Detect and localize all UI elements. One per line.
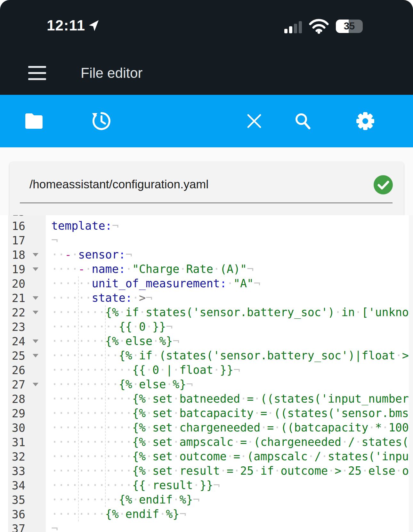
code-line[interactable]: 24········{%·else·%}¬ <box>0 334 409 348</box>
whitespace-dot: · <box>159 364 166 376</box>
code-line[interactable]: 20······unit_of_measurement:·"A"¬ <box>0 276 409 291</box>
whitespace-dot: · <box>254 464 260 477</box>
code-line[interactable]: 19····-·name:·"Charge·Rate·(A)"¬ <box>0 262 409 276</box>
folder-button[interactable] <box>22 110 45 133</box>
code-token: else <box>139 378 166 391</box>
file-path-input[interactable]: /homeassistant/configuration.yaml <box>29 178 362 191</box>
gutter-cell: 23 <box>0 320 46 334</box>
code-line[interactable]: 35··········{%·endif·%}¬ <box>0 493 409 507</box>
code-line[interactable]: 37¬ <box>0 521 409 532</box>
code-line[interactable]: 25··········{%·if·(states('sensor.batter… <box>0 348 409 363</box>
code-line[interactable]: 23··········{{·0·}}¬ <box>0 320 409 334</box>
gutter-cell: 16 <box>0 219 46 233</box>
code-token: result <box>179 464 220 477</box>
code-text[interactable]: ········{%·if·states('sensor.battery_soc… <box>46 305 409 320</box>
code-line[interactable]: 32············{%·set·outcome·=·(ampscalc… <box>0 449 409 464</box>
code-text[interactable]: ············{%·set·outcome·=·(ampscalc·/… <box>46 449 409 464</box>
code-line[interactable]: 33············{%·set·result·=·25·if·outc… <box>0 464 409 478</box>
code-text[interactable]: ············{%·set·result·=·25·if·outcom… <box>46 464 409 478</box>
code-text[interactable]: ··········{{·0·}}¬ <box>46 320 409 334</box>
code-line[interactable]: 26············{{·0·|·float·}}¬ <box>0 363 409 377</box>
fold-arrow-icon[interactable] <box>33 354 38 357</box>
code-line[interactable]: 17¬ <box>0 233 409 248</box>
newline-marker: ¬ <box>51 522 58 532</box>
whitespace-dot: · <box>179 263 186 275</box>
fold-arrow-icon[interactable] <box>33 340 38 343</box>
code-line[interactable]: 30············{%·set·chargeneeded·=·((ba… <box>0 421 409 435</box>
code-line[interactable]: 28············{%·set·batneeded·=·((state… <box>0 392 409 406</box>
editor-content: 1516template:¬17¬18··-·sensor:¬19····-·n… <box>0 215 409 532</box>
code-text[interactable]: ····-·name:·"Charge·Rate·(A)"¬ <box>46 262 409 276</box>
history-button[interactable] <box>90 110 113 133</box>
close-button[interactable] <box>243 110 266 133</box>
code-text[interactable]: ······state:·>¬ <box>46 291 409 305</box>
fold-arrow-icon[interactable] <box>33 296 38 300</box>
code-text[interactable]: ············{%·set·ampscalc·=·(chargenee… <box>46 435 409 449</box>
code-token: - <box>65 248 71 261</box>
code-text[interactable]: ········{%·endif·%}¬ <box>46 507 409 521</box>
whitespace-dot: · <box>328 464 335 477</box>
battery-icon: 35 <box>336 20 363 33</box>
gutter-cell: 21 <box>0 291 46 305</box>
code-text[interactable]: ··········{%·endif·%}¬ <box>46 493 409 507</box>
whitespace-dot: · <box>132 493 139 506</box>
whitespace-dot: · <box>193 479 200 492</box>
code-line[interactable]: 22········{%·if·states('sensor.battery_s… <box>0 305 409 320</box>
code-token: endif <box>126 508 159 520</box>
code-token: = <box>267 421 274 434</box>
code-editor[interactable]: 1516template:¬17¬18··-·sensor:¬19····-·n… <box>0 215 409 532</box>
whitespace-dot: · <box>335 306 341 319</box>
code-text[interactable]: ¬ <box>46 233 409 248</box>
settings-button[interactable] <box>354 110 377 133</box>
code-text[interactable]: ··········{%·else·%}¬ <box>46 377 409 392</box>
code-token: > <box>335 464 341 477</box>
line-number: 26 <box>0 364 25 377</box>
code-text[interactable] <box>46 215 409 219</box>
code-token: - <box>78 263 85 275</box>
line-number: 20 <box>0 277 25 290</box>
code-line[interactable]: 29············{%·set·batcapacity·=·((sta… <box>0 406 409 421</box>
whitespace-dot: ·········· <box>51 349 119 362</box>
code-token: set <box>152 392 173 405</box>
code-line[interactable]: 21······state:·>¬ <box>0 291 409 305</box>
fold-arrow-icon[interactable] <box>33 267 38 271</box>
search-button[interactable] <box>291 110 314 133</box>
code-text[interactable]: ············{%·set·batneeded·=·((states(… <box>46 392 409 406</box>
code-token: > <box>139 291 146 304</box>
fold-arrow-icon[interactable] <box>33 383 38 386</box>
code-line[interactable]: 15 <box>0 215 409 219</box>
code-token: result <box>152 479 193 492</box>
code-line[interactable]: 16template:¬ <box>0 219 409 233</box>
whitespace-dot: · <box>355 306 361 319</box>
code-text[interactable]: ··········{%·if·(states('sensor.battery_… <box>46 348 409 363</box>
code-text[interactable]: ······unit_of_measurement:·"A"¬ <box>46 276 409 291</box>
code-line[interactable]: 27··········{%·else·%}¬ <box>0 377 409 392</box>
code-token: (ampscalc <box>247 450 308 463</box>
whitespace-dot: · <box>166 378 173 391</box>
code-text[interactable]: ············{{·result·}}¬ <box>46 478 409 493</box>
whitespace-dot: ············ <box>51 479 132 492</box>
fold-arrow-icon[interactable] <box>33 253 38 257</box>
code-text[interactable]: ············{%·set·batcapacity·=·((state… <box>46 406 409 421</box>
code-text[interactable]: ············{%·set·chargeneeded·=·((batc… <box>46 421 409 435</box>
fold-arrow-icon[interactable] <box>33 311 38 314</box>
code-token: states( <box>361 436 409 448</box>
code-text[interactable]: ········{%·else·%}¬ <box>46 334 409 348</box>
code-line[interactable]: 36········{%·endif·%}¬ <box>0 507 409 521</box>
code-text[interactable]: template:¬ <box>46 219 409 233</box>
code-text[interactable]: ¬ <box>46 521 409 532</box>
code-text[interactable]: ··-·sensor:¬ <box>46 248 409 262</box>
whitespace-dot: ········ <box>51 508 105 520</box>
line-number: 32 <box>0 450 25 463</box>
code-token: {% <box>119 493 132 506</box>
whitespace-dot: · <box>213 364 220 376</box>
gutter-cell: 36 <box>0 507 46 521</box>
code-line[interactable]: 18··-·sensor:¬ <box>0 248 409 262</box>
code-token: set <box>152 436 173 448</box>
code-text[interactable]: ············{{·0·|·float·}}¬ <box>46 363 409 377</box>
code-line[interactable]: 31············{%·set·ampscalc·=·(chargen… <box>0 435 409 449</box>
menu-hamburger-icon[interactable] <box>28 66 46 80</box>
code-line[interactable]: 34············{{·result·}}¬ <box>0 478 409 493</box>
whitespace-dot: ············ <box>51 421 132 434</box>
gutter-cell: 24 <box>0 334 46 348</box>
